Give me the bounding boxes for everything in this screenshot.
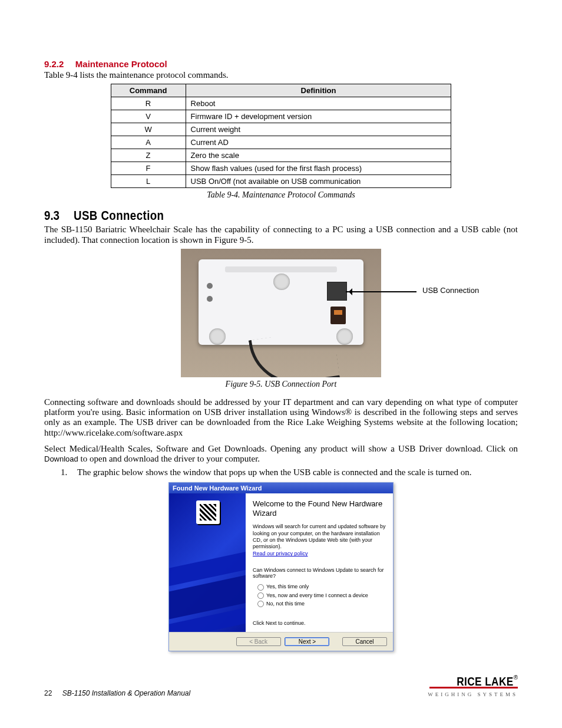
section-922-intro: Table 9-4 lists the maintenance protocol… xyxy=(44,70,518,80)
wizard-titlebar: Found New Hardware Wizard xyxy=(169,483,393,493)
step-1-text: The graphic below shows the window that … xyxy=(77,467,471,477)
figure-95-caption: Figure 9-5. USB Connection Port xyxy=(44,380,518,389)
wizard-hardware-icon xyxy=(196,500,220,524)
table-row: LUSB On/Off (not available on USB commun… xyxy=(111,175,451,188)
table-row: ZZero the scale xyxy=(111,149,451,162)
page-number: 22 xyxy=(44,689,52,697)
section-93-para2: Connecting software and downloads should… xyxy=(44,397,518,438)
table-row: VFirmware ID + development version xyxy=(111,110,451,123)
usb-connection-photo xyxy=(181,249,381,377)
maintenance-protocol-table: Command Definition RReboot VFirmware ID … xyxy=(111,84,452,188)
arrow-icon xyxy=(346,291,416,292)
radio-icon xyxy=(257,584,264,591)
section-93-para1: The SB-1150 Bariatric Wheelchair Scale h… xyxy=(44,225,518,245)
table-header-definition: Definition xyxy=(186,84,451,97)
table-row: ACurrent AD xyxy=(111,136,451,149)
wizard-graphic-pane xyxy=(169,493,246,632)
radio-icon xyxy=(257,592,264,599)
radio-option-2[interactable]: Yes, now and every time I connect a devi… xyxy=(257,592,386,599)
table-header-command: Command xyxy=(111,84,186,97)
page-footer: 22 SB-1150 Installation & Operation Manu… xyxy=(44,675,518,697)
wizard-continue-text: Click Next to continue. xyxy=(253,620,386,626)
table-row: FShow flash values (used for the first f… xyxy=(111,162,451,175)
radio-option-3[interactable]: No, not this time xyxy=(257,601,386,607)
table-row: WCurrent weight xyxy=(111,123,451,136)
step-1: 1. The graphic below shows the window th… xyxy=(61,467,518,477)
section-922-title: Maintenance Protocol xyxy=(75,59,167,69)
privacy-policy-link[interactable]: Read our privacy policy xyxy=(253,551,386,556)
section-922-number: 9.2.2 xyxy=(44,59,64,69)
figure-95-label: USB Connection xyxy=(422,286,479,295)
wizard-description: Windows will search for current and upda… xyxy=(253,523,386,550)
doc-title: SB-1150 Installation & Operation Manual xyxy=(62,689,190,697)
figure-95-wrap: USB Connection xyxy=(44,249,518,377)
radio-icon xyxy=(257,601,264,607)
hardware-wizard-dialog: Found New Hardware Wizard Welcome to the… xyxy=(168,482,394,651)
rice-lake-logo: RICE LAKE® WEIGHING SYSTEMS xyxy=(428,675,518,697)
section-93-title: USB Connection xyxy=(74,208,164,223)
radio-option-1[interactable]: Yes, this time only xyxy=(257,584,386,590)
cancel-button[interactable]: Cancel xyxy=(342,637,387,646)
table-row: RReboot xyxy=(111,97,451,110)
back-button[interactable]: < Back xyxy=(236,637,281,646)
table-94-caption: Table 9-4. Maintenance Protocol Commands xyxy=(44,190,518,200)
section-93-number: 9.3 xyxy=(44,208,59,223)
section-93-para3: Select Medical/Health Scales, Software a… xyxy=(44,444,518,465)
next-button[interactable]: Next > xyxy=(285,637,329,646)
download-label: Download xyxy=(44,454,78,463)
wizard-heading: Welcome to the Found New Hardware Wizard xyxy=(253,499,386,518)
wizard-question: Can Windows connect to Windows Update to… xyxy=(253,567,386,579)
step-1-number: 1. xyxy=(61,467,77,477)
